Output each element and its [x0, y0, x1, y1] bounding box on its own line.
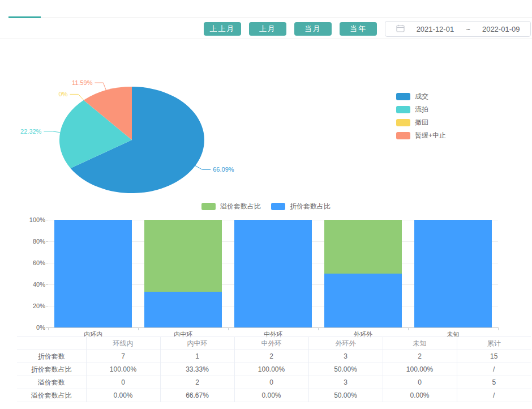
pie-label: 22.32% — [20, 128, 42, 135]
legend-item-label: 撤回 — [415, 118, 428, 127]
legend-swatch-icon — [271, 203, 285, 210]
y-tick-label: 80% — [16, 238, 45, 245]
bar-legend-item-1[interactable]: 折价套数占比 — [271, 202, 331, 211]
table-header-cell-6: 累计 — [457, 337, 531, 350]
table-cell: 15 — [457, 350, 531, 363]
bar-stack — [414, 220, 492, 327]
bar-segment-折价套数占比[interactable] — [414, 220, 492, 327]
btn-current-month[interactable]: 当月 — [294, 22, 332, 36]
bar-stack — [54, 220, 132, 327]
y-tick-mark — [46, 220, 48, 220]
toolbar: 上上月上月当月当年 2021-12-01 ~ 2022-01-09 — [0, 20, 531, 37]
y-tick-mark — [46, 263, 48, 263]
bar-legend-item-0[interactable]: 溢价套数占比 — [201, 202, 261, 211]
table-row: 溢价套数020305 — [17, 376, 531, 389]
bar-segment-折价套数占比[interactable] — [54, 220, 132, 327]
pie-label: 11.59% — [72, 79, 93, 86]
table-cell: / — [457, 389, 531, 402]
row-label-cell: 溢价套数 — [17, 376, 86, 389]
y-tick-mark — [46, 306, 48, 306]
quick-range-buttons: 上上月上月当月当年 — [204, 22, 377, 36]
table-header-cell-4: 外环外 — [308, 337, 383, 350]
table-cell: 66.67% — [160, 389, 234, 402]
legend-item-label: 成交 — [415, 92, 428, 101]
btn-current-year[interactable]: 当年 — [340, 22, 377, 36]
table-cell: 2 — [383, 350, 457, 363]
table-cell: 3 — [308, 376, 383, 389]
pie-label: 0% — [59, 91, 68, 97]
bar-plot-area[interactable] — [48, 220, 498, 327]
legend-item-label: 流拍 — [415, 105, 428, 114]
legend-swatch-icon — [201, 203, 216, 210]
y-tick-label: 0% — [16, 324, 45, 331]
legend-swatch-icon — [396, 93, 410, 100]
bar-segment-溢价套数占比[interactable] — [324, 220, 402, 274]
bar-slot-1[interactable] — [138, 220, 228, 327]
pie-label-leader — [44, 131, 60, 133]
pie-legend-item-1[interactable]: 流拍 — [396, 105, 446, 114]
table-row: 折价套数占比100.00%33.33%100.00%50.00%100.00%/ — [17, 363, 531, 376]
bar-legend: 溢价套数占比折价套数占比 — [0, 202, 532, 211]
pie-legend-item-0[interactable]: 成交 — [396, 92, 446, 101]
table-header-cell-0 — [17, 337, 86, 350]
table-cell: 2 — [160, 376, 234, 389]
bar-segment-溢价套数占比[interactable] — [144, 220, 222, 292]
calendar-icon — [396, 24, 405, 34]
btn-prev-month[interactable]: 上月 — [249, 22, 286, 36]
table-cell: 50.00% — [308, 363, 383, 376]
row-label-cell: 溢价套数占比 — [17, 389, 86, 402]
table-cell: 0.00% — [86, 389, 160, 402]
legend-swatch-icon — [396, 132, 410, 139]
legend-item-label: 暂缓+中止 — [415, 131, 446, 140]
table-cell: 1 — [160, 350, 234, 363]
row-label-cell: 折价套数 — [17, 350, 86, 363]
table-header-cell-5: 未知 — [383, 337, 457, 350]
pie-label: 66.09% — [213, 166, 234, 173]
pie-legend: 成交流拍撤回暂缓+中止 — [396, 92, 446, 140]
dashboard-page: 上上月上月当月当年 2021-12-01 ~ 2022-01-09 66.09%… — [0, 0, 532, 409]
pie-legend-item-3[interactable]: 暂缓+中止 — [396, 131, 446, 140]
y-tick-mark — [46, 241, 48, 242]
pie-label-leader — [195, 166, 211, 170]
bar-segment-折价套数占比[interactable] — [324, 274, 402, 327]
toolbar-divider — [0, 38, 532, 39]
bar-stack — [324, 220, 402, 327]
table-cell: 0 — [86, 376, 160, 389]
date-start[interactable]: 2021-12-01 — [417, 25, 454, 33]
table-cell: 2 — [234, 350, 308, 363]
bar-slot-0[interactable] — [48, 220, 138, 327]
date-range-picker[interactable]: 2021-12-01 ~ 2022-01-09 — [385, 21, 531, 37]
y-tick-mark — [46, 284, 48, 285]
bar-stack — [234, 220, 312, 327]
table-header-cell-3: 中外环 — [234, 337, 308, 350]
btn-prev-prev-month[interactable]: 上上月 — [204, 22, 241, 36]
bar-slot-3[interactable] — [318, 220, 408, 327]
header-divider — [8, 18, 532, 18]
bar-segment-折价套数占比[interactable] — [234, 220, 312, 327]
pie-label-leader — [95, 83, 106, 90]
table-cell: 100.00% — [86, 363, 160, 376]
active-tab-indicator[interactable] — [8, 16, 41, 18]
table-cell: 0.00% — [234, 389, 308, 402]
bar-segment-折价套数占比[interactable] — [144, 292, 222, 327]
y-tick-label: 40% — [16, 281, 45, 288]
table-row: 折价套数7123215 — [17, 350, 531, 363]
date-separator: ~ — [466, 25, 470, 33]
date-end[interactable]: 2022-01-09 — [482, 25, 520, 33]
pie-svg[interactable]: 66.09%22.32%0%11.59% — [11, 51, 272, 204]
legend-swatch-icon — [396, 106, 410, 113]
legend-item-label: 溢价套数占比 — [220, 202, 261, 211]
y-tick-label: 20% — [16, 303, 45, 309]
table-cell: 3 — [308, 350, 383, 363]
bar-slot-4[interactable] — [408, 220, 498, 327]
x-axis-line — [48, 327, 498, 328]
legend-swatch-icon — [396, 119, 410, 126]
bar-slot-2[interactable] — [228, 220, 318, 327]
row-label-cell: 折价套数占比 — [17, 363, 86, 376]
table-cell: 50.00% — [308, 389, 383, 402]
table-header-row: 环线内内中环中外环外环外未知累计 — [17, 337, 531, 350]
pie-legend-item-2[interactable]: 撤回 — [396, 118, 446, 127]
table-cell: / — [457, 363, 531, 376]
x-tick-mark — [498, 327, 499, 330]
auction-result-pie-chart: 66.09%22.32%0%11.59% — [11, 51, 272, 204]
